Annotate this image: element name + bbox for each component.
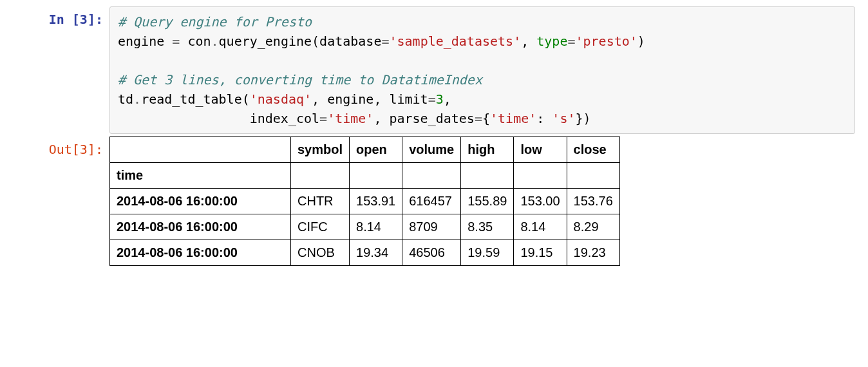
- cell: 19.59: [461, 240, 514, 266]
- cell: 19.23: [567, 240, 619, 266]
- table-row: 2014-08-06 16:00:00 CIFC 8.14 8709 8.35 …: [110, 214, 620, 240]
- cell: 8.29: [567, 214, 619, 240]
- cell: CIFC: [291, 214, 350, 240]
- code-comment: # Get 3 lines, converting time to Datati…: [118, 72, 482, 88]
- row-index: 2014-08-06 16:00:00: [110, 189, 291, 214]
- col-header: close: [567, 137, 619, 163]
- cell: 616457: [402, 189, 461, 214]
- col-header: symbol: [291, 137, 350, 163]
- output-area: symbol open volume high low close time: [109, 136, 855, 266]
- cell: 155.89: [461, 189, 514, 214]
- cell: 8.14: [350, 214, 402, 240]
- cell: 8.35: [461, 214, 514, 240]
- cell: 153.00: [514, 189, 567, 214]
- input-prompt-label: In [3]:: [49, 12, 103, 27]
- code-input[interactable]: # Query engine for Presto engine = con.q…: [109, 6, 855, 134]
- blank-header: [110, 137, 291, 163]
- row-index: 2014-08-06 16:00:00: [110, 214, 291, 240]
- input-cell: In [3]: # Query engine for Presto engine…: [13, 6, 855, 134]
- cell: 8.14: [514, 214, 567, 240]
- table-row: 2014-08-06 16:00:00 CNOB 19.34 46506 19.…: [110, 240, 620, 266]
- cell: 19.15: [514, 240, 567, 266]
- table-header-row: symbol open volume high low close: [110, 137, 620, 163]
- output-cell: Out[3]: symbol open volume high low clos…: [13, 136, 855, 266]
- cell: 153.91: [350, 189, 402, 214]
- cell: CHTR: [291, 189, 350, 214]
- table-row: 2014-08-06 16:00:00 CHTR 153.91 616457 1…: [110, 189, 620, 214]
- index-name: time: [110, 163, 291, 189]
- cell: 46506: [402, 240, 461, 266]
- cell: 19.34: [350, 240, 402, 266]
- row-index: 2014-08-06 16:00:00: [110, 240, 291, 266]
- cell: 8709: [402, 214, 461, 240]
- output-prompt-label: Out[3]:: [49, 142, 103, 157]
- col-header: open: [350, 137, 402, 163]
- input-prompt: In [3]:: [13, 6, 109, 27]
- output-prompt: Out[3]:: [13, 136, 109, 157]
- dataframe-table: symbol open volume high low close time: [109, 136, 620, 266]
- cell: 153.76: [567, 189, 619, 214]
- col-header: low: [514, 137, 567, 163]
- col-header: volume: [402, 137, 461, 163]
- code-comment: # Query engine for Presto: [118, 14, 312, 30]
- cell: CNOB: [291, 240, 350, 266]
- table-index-name-row: time: [110, 163, 620, 189]
- col-header: high: [461, 137, 514, 163]
